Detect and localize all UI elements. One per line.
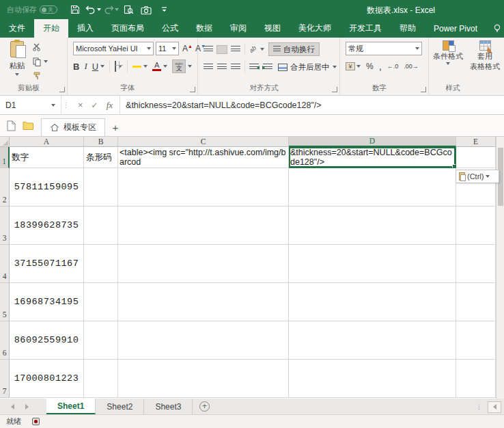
- tell-me-box[interactable]: 告诉我你想要: [486, 19, 504, 38]
- orientation-caret-icon[interactable]: [260, 48, 264, 51]
- save-icon[interactable]: [67, 2, 83, 17]
- cell-b6[interactable]: [84, 321, 118, 360]
- cell-c1[interactable]: <table><img src="http://t.ashivue.com/im…: [118, 147, 289, 168]
- cell-a2[interactable]: 57811159095: [10, 168, 84, 206]
- paste-button[interactable]: 粘贴: [4, 41, 30, 83]
- align-left-icon[interactable]: [204, 64, 213, 71]
- column-header-e[interactable]: E: [456, 137, 496, 147]
- undo-caret[interactable]: [97, 8, 101, 11]
- underline-button[interactable]: U: [92, 62, 98, 72]
- tab-developer[interactable]: 开发工具: [340, 19, 391, 38]
- cell-b5[interactable]: [84, 283, 118, 321]
- row-header-6[interactable]: 6: [0, 321, 10, 360]
- cell-b3[interactable]: [84, 206, 118, 245]
- tab-file[interactable]: 文件: [0, 19, 34, 38]
- row-header-5[interactable]: 5: [0, 283, 10, 321]
- macro-record-icon[interactable]: [32, 418, 40, 425]
- cell-c4[interactable]: [118, 245, 289, 283]
- autosave-toggle[interactable]: 自动保存 关: [7, 5, 57, 15]
- font-color-button[interactable]: A: [152, 62, 161, 71]
- column-header-d[interactable]: D: [289, 137, 456, 147]
- cell-d7[interactable]: [289, 360, 456, 398]
- sheet-tab-sheet2[interactable]: Sheet2: [96, 399, 144, 414]
- cell-e7[interactable]: [456, 360, 496, 398]
- cell-b2[interactable]: [84, 168, 118, 206]
- tab-data[interactable]: 数据: [187, 19, 221, 38]
- cell-a3[interactable]: 18399628735: [10, 206, 84, 245]
- cell-e1[interactable]: [456, 147, 496, 168]
- tab-home[interactable]: 开始: [34, 19, 68, 38]
- orientation-button[interactable]: ab: [248, 44, 257, 54]
- open-folder-icon[interactable]: [23, 121, 34, 131]
- paste-options-button[interactable]: (Ctrl): [456, 170, 499, 183]
- cut-button[interactable]: [33, 42, 48, 53]
- format-as-table-button[interactable]: 套用 表格格式: [467, 40, 503, 71]
- bold-button[interactable]: B: [73, 62, 79, 72]
- cell-a5[interactable]: 16968734195: [10, 283, 84, 321]
- number-dialog-launcher-icon[interactable]: [421, 87, 426, 92]
- insert-function-button[interactable]: fx: [107, 100, 113, 111]
- hscroll-left-button[interactable]: [488, 401, 501, 413]
- undo-icon[interactable]: [85, 2, 101, 17]
- cell-c6[interactable]: [118, 321, 289, 360]
- wrap-text-button[interactable]: 自动换行: [268, 42, 320, 56]
- cell-e5[interactable]: [456, 283, 496, 321]
- cell-e4[interactable]: [456, 245, 496, 283]
- cell-e6[interactable]: [456, 321, 496, 360]
- cell-b4[interactable]: [84, 245, 118, 283]
- customize-qat-icon[interactable]: [156, 2, 172, 17]
- cell-b1[interactable]: 条形码: [84, 147, 118, 168]
- merge-center-button[interactable]: 合并后居中: [277, 60, 338, 74]
- conditional-formatting-button[interactable]: 条件格式: [430, 40, 466, 65]
- tab-splitter-handle[interactable]: ⋮: [476, 405, 482, 409]
- fill-color-caret-icon[interactable]: [143, 65, 148, 68]
- increase-indent-icon[interactable]: [263, 64, 272, 71]
- phonetic-caret-icon[interactable]: [188, 65, 192, 68]
- cell-c5[interactable]: [118, 283, 289, 321]
- row-header-7[interactable]: 7: [0, 360, 10, 398]
- tab-page-layout[interactable]: 页面布局: [102, 19, 153, 38]
- camera-icon[interactable]: [138, 2, 154, 17]
- fill-color-button[interactable]: [132, 65, 141, 68]
- name-box[interactable]: D1: [0, 96, 61, 114]
- row-header-1[interactable]: 1: [0, 147, 10, 168]
- decrease-decimal-button[interactable]: .00→: [404, 63, 419, 70]
- cell-a6[interactable]: 86092559910: [10, 321, 84, 360]
- sheet-nav-right-icon[interactable]: [25, 404, 29, 410]
- select-all-corner[interactable]: [0, 137, 10, 147]
- formula-input[interactable]: &thickness=20&start=NULL&code=BCGcode128…: [120, 96, 504, 114]
- cell-d5[interactable]: [289, 283, 456, 321]
- font-name-combo[interactable]: Microsoft YaHei UI: [73, 42, 154, 55]
- accounting-format-button[interactable]: ¥: [346, 62, 361, 70]
- sheet-tab-sheet1[interactable]: Sheet1: [46, 399, 96, 414]
- cell-c7[interactable]: [118, 360, 289, 398]
- row-header-4[interactable]: 4: [0, 245, 10, 283]
- enter-button[interactable]: ✓: [92, 101, 98, 110]
- tab-insert[interactable]: 插入: [68, 19, 102, 38]
- font-size-combo[interactable]: 11: [156, 42, 179, 55]
- align-top-icon[interactable]: [204, 46, 213, 53]
- cancel-button[interactable]: ×: [78, 100, 83, 110]
- add-document-tab-button[interactable]: +: [105, 118, 126, 136]
- phonetic-guide-button[interactable]: wén 文: [172, 59, 186, 73]
- cell-b7[interactable]: [84, 360, 118, 398]
- increase-font-button[interactable]: A▲: [182, 44, 193, 53]
- cell-d6[interactable]: [289, 321, 456, 360]
- comma-button[interactable]: ,: [379, 60, 382, 72]
- clipboard-dialog-launcher-icon[interactable]: [59, 87, 65, 92]
- redo-caret[interactable]: [115, 8, 119, 11]
- row-header-3[interactable]: 3: [0, 206, 10, 245]
- align-bottom-icon[interactable]: [231, 46, 240, 53]
- alignment-dialog-launcher-icon[interactable]: [332, 87, 337, 92]
- tab-view[interactable]: 视图: [255, 19, 290, 38]
- increase-decimal-button[interactable]: ←.0: [387, 63, 399, 70]
- formula-bar-splitter[interactable]: ⋮: [61, 96, 71, 114]
- cell-c3[interactable]: [118, 206, 289, 245]
- fill-handle[interactable]: [452, 164, 456, 168]
- decrease-indent-icon[interactable]: [249, 64, 259, 71]
- tab-power-pivot[interactable]: Power Pivot: [425, 19, 486, 38]
- row-header-2[interactable]: 2: [0, 168, 10, 206]
- cell-e3[interactable]: [456, 206, 496, 245]
- new-sheet-button[interactable]: +: [193, 399, 216, 414]
- sheet-nav-left-icon[interactable]: [11, 404, 14, 410]
